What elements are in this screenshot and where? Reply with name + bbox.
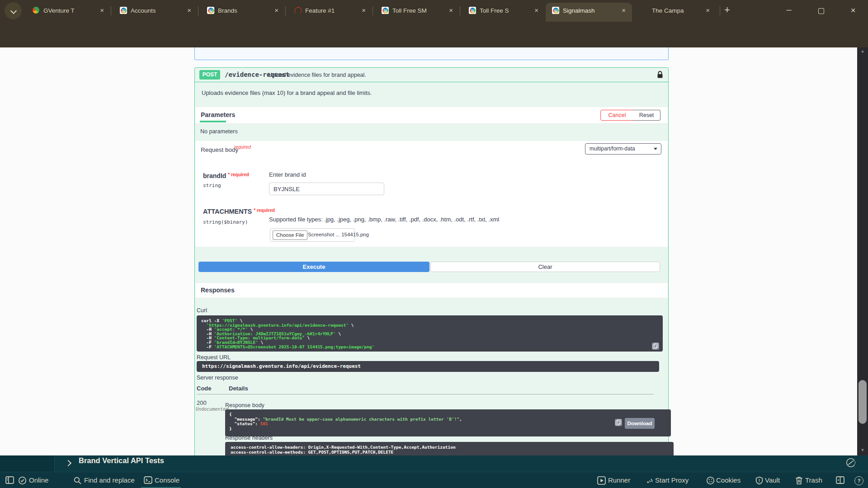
parameters-section-header: Parameters Cancel Reset	[195, 107, 668, 124]
copy-curl-button[interactable]	[652, 343, 659, 350]
tab-close-icon[interactable]: ×	[449, 6, 453, 14]
request-body-section: Request body required multipart/form-dat…	[195, 141, 668, 247]
tab-title: Brands	[218, 7, 267, 14]
online-status[interactable]: Online	[29, 476, 48, 484]
online-check-icon	[18, 476, 27, 487]
file-input[interactable]: Choose File Screenshot ... 154415.png	[270, 228, 355, 242]
tab-close-icon[interactable]: ×	[274, 6, 278, 14]
chevron-down-icon	[10, 8, 17, 14]
tab-signalmash-active[interactable]: S Signalmash ×	[546, 3, 632, 22]
tab-gventure[interactable]: GVenture T ×	[26, 4, 110, 22]
tab-close-icon[interactable]: ×	[622, 6, 626, 14]
trash-item[interactable]: Trash	[805, 476, 822, 484]
minimize-button[interactable]: –	[782, 5, 796, 15]
browser-tab-strip: GVenture T × S Accounts × S Brands × Fea…	[0, 0, 868, 22]
clear-button[interactable]: Clear	[430, 262, 660, 272]
runner-item[interactable]: Runner	[608, 476, 630, 484]
response-body-label: Response body	[225, 402, 264, 408]
attachments-type: string($binary)	[203, 219, 248, 225]
operation-header[interactable]: POST /evidence-request Upload evidence f…	[195, 68, 668, 82]
lock-icon[interactable]	[657, 70, 663, 80]
tab-close-icon[interactable]: ×	[706, 6, 710, 14]
response-headers-block: access-control-allow-headers: Origin,X-R…	[225, 442, 674, 455]
tab-close-icon[interactable]: ×	[534, 6, 538, 14]
required-mark: * required	[228, 172, 249, 177]
tab-title: Feature #1	[305, 7, 354, 14]
reset-button[interactable]: Reset	[633, 110, 660, 121]
cancel-button[interactable]: Cancel	[600, 110, 634, 121]
choose-file-button[interactable]: Choose File	[273, 230, 307, 240]
tab-divider	[111, 6, 111, 15]
previous-operation-block	[194, 47, 669, 60]
panel-divider	[854, 455, 855, 472]
maximize-button[interactable]	[818, 8, 824, 14]
scrollbar-thumb[interactable]	[859, 380, 867, 424]
console-item[interactable]: Console	[155, 476, 179, 484]
screen: GVenture T × S Accounts × S Brands × Fea…	[0, 0, 868, 488]
signalmash-favicon: S	[469, 7, 476, 15]
swagger-page: POST /evidence-request Upload evidence f…	[0, 47, 857, 455]
scroll-up-icon[interactable]: ▲	[857, 49, 868, 53]
curl-command-block: curl -X 'POST' \ 'https://signalmash.gve…	[197, 315, 663, 352]
content-type-value: multipart/form-data	[590, 145, 635, 152]
chevron-right-icon[interactable]	[65, 460, 71, 466]
tab-feature[interactable]: Feature #1 ×	[288, 4, 372, 22]
tab-accounts[interactable]: S Accounts ×	[113, 4, 198, 22]
tab-campaign[interactable]: The Campa ×	[635, 4, 716, 22]
parameters-tab[interactable]: Parameters	[201, 111, 235, 118]
start-proxy-item[interactable]: Start Proxy	[655, 476, 689, 484]
operation-description: Uploads evidence files (max 10) for a br…	[202, 89, 372, 96]
new-tab-button[interactable]: +	[724, 4, 730, 16]
responses-title: Responses	[201, 286, 235, 294]
responses-section-header: Responses	[195, 282, 668, 298]
required-mark: * required	[254, 208, 275, 213]
start-proxy-icon	[645, 476, 654, 487]
tab-toll-free-1[interactable]: S Toll Free SM ×	[375, 4, 459, 22]
tab-title: GVenture T	[43, 7, 92, 14]
postman-collection-row: Brand Vertical API Tests	[0, 455, 868, 472]
sidebar-toggle-icon[interactable]	[5, 476, 14, 486]
tab-divider	[285, 6, 286, 15]
cookies-item[interactable]: Cookies	[716, 476, 741, 484]
vault-item[interactable]: Vault	[765, 476, 780, 484]
signalmash-favicon: S	[207, 7, 214, 15]
split-panel-icon[interactable]	[836, 476, 844, 486]
brandid-name: brandId * required	[203, 172, 249, 179]
content-type-select[interactable]: multipart/form-data	[585, 143, 661, 155]
tab-title: Accounts	[131, 7, 179, 14]
signalmash-favicon: S	[552, 7, 559, 15]
request-url-label: Request URL	[197, 354, 231, 361]
chevron-down-icon	[654, 148, 657, 150]
collection-name[interactable]: Brand Vertical API Tests	[79, 456, 164, 465]
postman-sidebar-edge	[0, 455, 55, 472]
execute-button[interactable]: Execute	[198, 262, 429, 272]
tab-close-icon[interactable]: ×	[187, 6, 191, 14]
tab-search-button[interactable]	[5, 2, 22, 19]
curl-label: Curl	[197, 307, 207, 314]
table-divider	[197, 394, 654, 394]
status-code: 200	[197, 399, 207, 406]
copy-response-button[interactable]	[615, 419, 622, 426]
feature-favicon	[294, 7, 302, 16]
brandid-input[interactable]	[269, 183, 384, 195]
download-button[interactable]: Download	[625, 418, 655, 429]
tab-close-icon[interactable]: ×	[100, 6, 104, 14]
tab-close-icon[interactable]: ×	[362, 6, 366, 14]
active-tab-underline	[200, 121, 226, 122]
tab-brands[interactable]: S Brands ×	[201, 4, 285, 22]
tab-toll-free-2[interactable]: S Toll Free S ×	[462, 4, 545, 22]
attachments-name: ATTACHMENTS * required	[203, 208, 275, 215]
tab-title: Toll Free SM	[392, 7, 441, 14]
find-and-replace[interactable]: Find and replace	[84, 476, 135, 484]
scroll-down-icon[interactable]: ▼	[857, 448, 868, 452]
cookies-icon	[706, 476, 715, 487]
close-window-button[interactable]: ×	[846, 5, 860, 15]
help-icon[interactable]: ?	[854, 476, 863, 485]
signalmash-favicon: S	[382, 7, 389, 15]
attachments-hint: Supported file types: .jpg, .jpeg, .png,…	[269, 216, 499, 223]
tab-title: Toll Free S	[480, 7, 528, 14]
tab-title: The Campa	[652, 7, 701, 14]
tab-divider	[198, 6, 198, 15]
page-scrollbar[interactable]: ▲ ▼	[857, 47, 868, 455]
signalmash-favicon: S	[120, 7, 127, 15]
